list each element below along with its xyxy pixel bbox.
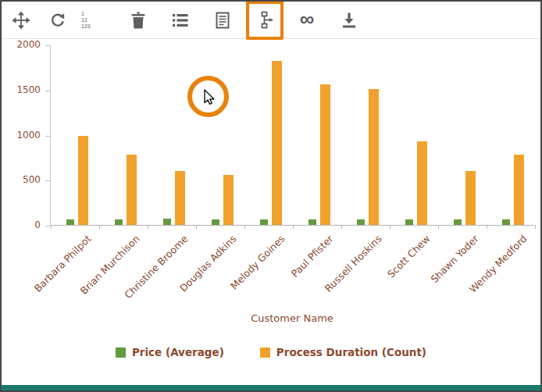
download-icon[interactable] [336,5,362,35]
bar-duration[interactable] [78,136,88,225]
y-tick-label: 500 [23,174,41,185]
bar-duration[interactable] [369,89,379,225]
bar-price[interactable] [212,219,219,226]
flowchart-icon[interactable] [251,5,278,35]
legend-label-duration: Process Duration (Count) [276,346,426,358]
y-tick-label: 0 [34,219,41,230]
flowchart-icon-wrapper [251,5,278,35]
legend-label-price: Price (Average) [132,346,224,358]
refresh-icon[interactable] [45,5,71,35]
x-category-label: Wendy Medford [438,233,530,324]
plot-area: Barbara PhilpotBrian MurchisonChristine … [50,45,534,226]
bar-price[interactable] [66,219,74,226]
duration-swatch [260,347,270,358]
x-category-label: Brian Murchison [51,233,142,324]
bar-duration[interactable] [465,171,476,225]
x-tick-mark [341,225,342,229]
x-category-label: Scott Chew [341,233,433,324]
bar-price[interactable] [260,219,268,226]
x-tick-mark [244,225,245,229]
legend-item-price[interactable]: Price (Average) [116,346,224,358]
number-format-line: 1 [81,11,84,17]
bar-duration[interactable] [175,171,185,225]
x-category-label: Douglas Adkins [148,233,239,324]
number-format-line: 12 [81,17,87,23]
bar-price[interactable] [502,219,510,226]
x-category-label: Russell Hoskins [293,233,384,324]
bar-duration[interactable] [417,141,427,225]
bar-duration[interactable] [127,155,137,225]
x-tick-mark [438,225,439,229]
legend: Price (Average) Process Duration (Count) [2,346,540,358]
bar-duration[interactable] [514,155,524,225]
bar-price[interactable] [115,219,123,226]
bar-duration[interactable] [223,175,234,225]
bar-price[interactable] [163,219,171,225]
bar-price[interactable] [405,219,413,226]
y-tick-label: 2000 [16,39,41,50]
x-tick-mark [148,225,148,229]
number-format-line: 123 [81,23,91,30]
report-icon[interactable] [209,5,236,35]
bar-duration[interactable] [272,61,282,225]
y-axis: 0500100015002000 [2,2,45,390]
bottom-accent-bar [2,385,540,390]
y-tick-label: 1000 [16,130,41,141]
list-icon[interactable] [167,5,194,35]
x-tick-mark [51,225,52,229]
x-axis-title: Customer Name [50,312,534,324]
price-swatch [116,347,126,358]
bar-duration[interactable] [320,84,330,225]
number-format-icon[interactable]: 1 12 123 [81,5,102,35]
trash-icon[interactable] [125,5,152,35]
x-category-label: Christine Broome [99,233,191,324]
x-tick-mark [390,225,390,229]
legend-item-duration[interactable]: Process Duration (Count) [260,346,426,358]
toolbar: 1 12 123 ∞ [2,2,540,39]
x-category-label: Melody Goines [196,233,287,324]
infinity-icon[interactable]: ∞ [294,5,320,35]
y-tick-label: 1500 [16,84,41,95]
chart-widget-frame: 1 12 123 ∞ 0500100015002000 Barbara Phil… [0,0,542,392]
y-tick-mark [45,226,50,226]
x-category-label: Paul Pfister [244,233,336,324]
x-tick-mark [487,225,487,229]
bar-price[interactable] [357,219,365,226]
bar-price[interactable] [454,219,462,226]
infinity-glyph: ∞ [300,9,315,32]
x-tick-mark [99,225,100,229]
x-tick-mark [535,225,536,229]
x-tick-mark [293,225,294,229]
bar-price[interactable] [308,219,316,226]
x-category-label: Shawn Yoder [390,233,481,324]
x-tick-mark [196,225,197,229]
